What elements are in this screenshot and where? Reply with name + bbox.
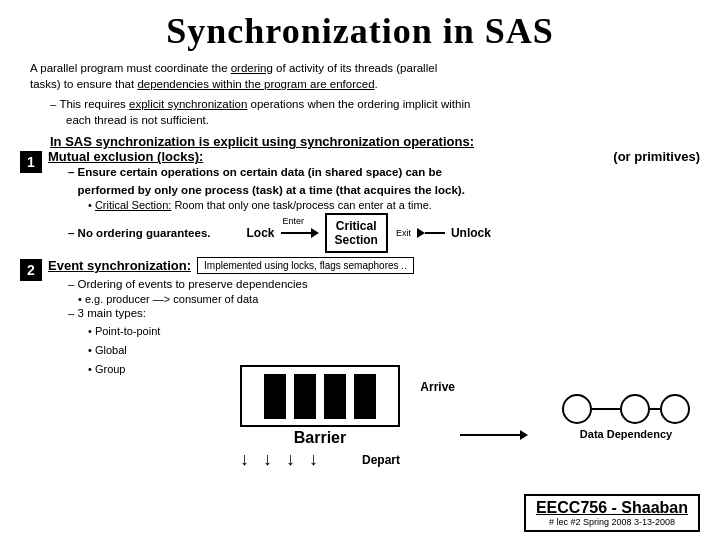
critical-section-box: Critical Section [325,213,388,253]
barrier-diagram: Arrive Barrier ↓ ↓ ↓ ↓ Depart [240,365,400,470]
section1-content: Mutual exclusion (locks): (or primitives… [48,149,700,253]
section1-header: In SAS synchronization is explicit using… [50,134,474,149]
circle-1 [562,394,592,424]
sec2-producer: • e.g. producer —> consumer of data [48,293,700,305]
lock-label: Lock [247,226,275,240]
arrow-to-dep [460,430,528,440]
section1-header-row: In SAS synchronization is explicit using… [20,134,700,149]
intro-bullet-text: – This requires explicit synchronization… [50,98,470,110]
impl-box: Implemented using locks, flags semaphore… [197,257,414,274]
circle-2 [620,394,650,424]
section2-content: Event synchronization: Implemented using… [48,257,700,379]
barrier-col-1 [264,374,286,419]
barrier-box [240,365,400,427]
circle-3 [660,394,690,424]
data-dep-diagram: Data Dependency [562,394,690,440]
intro-line1: A parallel program must coordinate the o… [30,62,437,74]
depart-row: ↓ ↓ ↓ ↓ Depart [240,449,400,470]
enter-line [281,232,311,234]
enter-arrow [311,228,319,238]
down-arrows: ↓ ↓ ↓ ↓ [240,449,318,470]
conn-line [592,408,620,410]
down-arrow-3: ↓ [286,449,295,470]
event-sync-row: Event synchronization: Implemented using… [48,257,700,274]
conn-line2 [650,408,660,410]
sec2-bullet1: – Ordering of events to preserve depende… [48,276,700,293]
section-text: Section [335,233,378,247]
sec1-bullet1: – Ensure certain operations on certain d… [48,164,700,199]
section2: 2 Event synchronization: Implemented usi… [20,257,700,379]
lock-diagram-row: – No ordering guarantees. Lock Enter Cri… [48,213,700,253]
no-ordering: – No ordering guarantees. [68,227,211,239]
down-arrow-2: ↓ [263,449,272,470]
unlock-label: Unlock [451,226,491,240]
dep-arrow-line [460,434,520,436]
down-arrow-1: ↓ [240,449,249,470]
section1-title: Mutual exclusion (locks): [48,149,203,164]
circles-row [562,394,690,424]
slide-title: Synchronization in SAS [20,10,700,52]
intro-line2: tasks) to ensure that dependencies withi… [30,78,378,90]
or-primitives: (or primitives) [613,149,700,164]
exit-label: Exit [396,228,411,238]
critical-text: Critical [335,219,378,233]
barrier-col-2 [294,374,316,419]
slide: Synchronization in SAS A parallel progra… [0,0,720,540]
data-dep-label: Data Dependency [562,428,690,440]
sec1-critical: • Critical Section: Room that only one t… [48,199,700,211]
depart-label: Depart [362,453,400,467]
barrier-col-4 [354,374,376,419]
exit-area [417,228,445,238]
arrive-label: Arrive [420,380,455,394]
section2-title: Event synchronization: [48,258,191,273]
dep-arrow-head [520,430,528,440]
enter-label: Enter [283,216,305,226]
down-arrow-4: ↓ [309,449,318,470]
section1-number: 1 [20,151,42,173]
section1: 1 Mutual exclusion (locks): (or primitiv… [20,149,700,253]
eecc-box: EECC756 - Shaaban # lec #2 Spring 2008 3… [524,494,700,532]
barrier-col-3 [324,374,346,419]
section2-number: 2 [20,259,42,281]
exit-line [425,232,445,234]
exit-arrow [417,228,425,238]
sec2-bullet3: – 3 main types: [48,305,700,322]
barrier-label: Barrier [240,429,400,447]
intro-bullet-cont: each thread is not sufficient. [50,114,209,126]
enter-area: Enter [281,228,319,238]
eecc-title: EECC756 - Shaaban [536,499,688,517]
eecc-sub: # lec #2 Spring 2008 3-13-2008 [536,517,688,527]
intro-para: A parallel program must coordinate the o… [20,60,700,92]
intro-bullet: – This requires explicit synchronization… [20,96,700,128]
